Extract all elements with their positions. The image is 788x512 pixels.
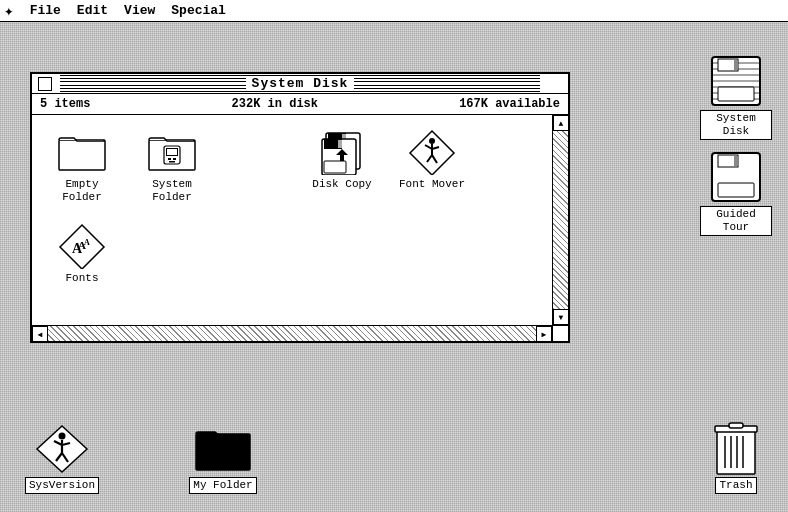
system-folder-icon: [147, 129, 197, 174]
file-icon-font-mover[interactable]: Font Mover: [392, 125, 472, 209]
svg-rect-44: [718, 183, 754, 197]
desktop: System Disk 5 items 232K in disk 167K av…: [0, 22, 788, 512]
file-menu[interactable]: File: [30, 3, 61, 18]
desktop-icon-sys-version[interactable]: SysVersion: [24, 423, 100, 494]
svg-rect-6: [167, 149, 177, 155]
fonts-icon: A A A: [57, 223, 107, 268]
fonts-label: Fonts: [63, 271, 100, 286]
scroll-down-arrow[interactable]: ▼: [553, 309, 569, 325]
scroll-track-v: [553, 131, 568, 309]
available: 167K available: [459, 97, 560, 111]
sys-version-icon: [32, 423, 92, 475]
svg-rect-53: [197, 435, 215, 438]
my-folder-icon: [193, 423, 253, 475]
menubar: ✦ File Edit View Special: [0, 0, 788, 22]
system-disk-window: System Disk 5 items 232K in disk 167K av…: [30, 72, 570, 343]
guided-tour-icon: [706, 150, 766, 204]
window-titlebar: System Disk: [32, 74, 568, 94]
window-content: Empty Folder: [32, 115, 552, 325]
svg-rect-7: [168, 158, 171, 160]
svg-rect-9: [169, 161, 175, 163]
svg-point-20: [429, 138, 435, 144]
scroll-track-h: [48, 326, 536, 341]
disk-copy-label: Disk Copy: [310, 177, 373, 192]
guided-tour-label: Guided Tour: [700, 206, 772, 236]
edit-menu[interactable]: Edit: [77, 3, 108, 18]
trash-label: Trash: [715, 477, 756, 494]
scroll-left-arrow[interactable]: ◀: [32, 326, 48, 342]
items-count: 5 items: [40, 97, 90, 111]
system-folder-label: System Folder: [136, 177, 208, 205]
svg-rect-54: [717, 430, 755, 474]
empty-folder-icon: [57, 129, 107, 174]
svg-text:A: A: [84, 238, 90, 247]
window-content-area: Empty Folder: [32, 115, 568, 325]
svg-rect-39: [734, 60, 738, 70]
disk-used: 232K in disk: [232, 97, 318, 111]
window-title: System Disk: [246, 76, 355, 91]
trash-icon: [709, 423, 763, 475]
desktop-icon-guided-tour[interactable]: Guided Tour: [700, 150, 772, 236]
desktop-icon-system-disk[interactable]: System Disk: [700, 54, 772, 140]
svg-rect-52: [196, 434, 250, 470]
svg-point-46: [59, 432, 66, 439]
font-mover-label: Font Mover: [397, 177, 467, 192]
svg-rect-16: [338, 140, 342, 148]
svg-rect-0: [59, 140, 105, 170]
scroll-bottom-row: ◀ ▶: [32, 325, 568, 341]
apple-menu[interactable]: ✦: [4, 1, 14, 21]
vertical-scrollbar[interactable]: ▲ ▼: [552, 115, 568, 325]
desktop-icon-trash[interactable]: Trash: [700, 423, 772, 494]
file-icon-fonts[interactable]: A A A Fonts: [42, 219, 122, 290]
file-icon-disk-copy[interactable]: Disk Copy: [302, 125, 382, 209]
file-icon-system-folder[interactable]: System Folder: [132, 125, 212, 209]
system-disk-icon: [706, 54, 766, 108]
disk-copy-icon: [317, 129, 367, 174]
my-folder-label: My Folder: [189, 477, 256, 494]
svg-rect-60: [729, 423, 743, 428]
file-icon-empty-folder[interactable]: Empty Folder: [42, 125, 122, 209]
svg-rect-43: [734, 156, 738, 166]
sys-version-label: SysVersion: [25, 477, 99, 494]
svg-rect-1: [60, 141, 74, 144]
horizontal-scrollbar[interactable]: ◀ ▶: [32, 325, 552, 341]
system-disk-desktop-label: System Disk: [700, 110, 772, 140]
window-close-box[interactable]: [38, 77, 52, 91]
special-menu[interactable]: Special: [171, 3, 226, 18]
svg-rect-3: [150, 141, 164, 144]
scroll-corner: [552, 325, 568, 341]
font-mover-icon: [407, 129, 457, 174]
view-menu[interactable]: View: [124, 3, 155, 18]
scroll-right-arrow[interactable]: ▶: [536, 326, 552, 342]
empty-folder-label: Empty Folder: [46, 177, 118, 205]
scroll-up-arrow[interactable]: ▲: [553, 115, 569, 131]
svg-rect-17: [324, 161, 346, 173]
svg-rect-8: [173, 158, 176, 160]
desktop-icon-my-folder[interactable]: My Folder: [185, 423, 261, 494]
window-info: 5 items 232K in disk 167K available: [32, 94, 568, 115]
svg-rect-40: [718, 87, 754, 101]
